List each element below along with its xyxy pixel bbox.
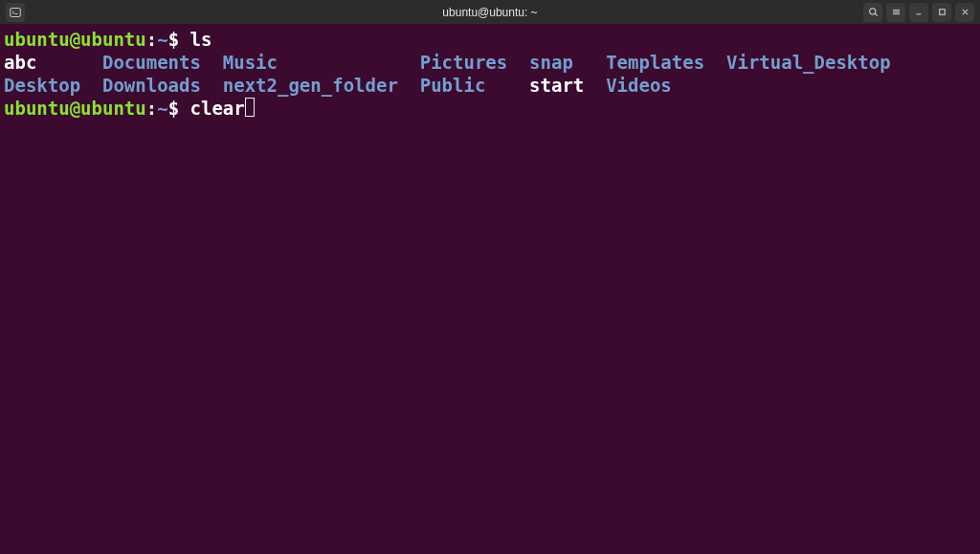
menu-button[interactable] [886, 3, 905, 22]
maximize-button[interactable] [932, 3, 951, 22]
svg-point-2 [869, 9, 875, 14]
terminal-line: ubuntu@ubuntu:~$ ls [4, 28, 976, 51]
ls-entry: Pictures [420, 52, 529, 73]
prompt-colon: : [146, 29, 157, 50]
svg-line-3 [875, 13, 877, 15]
window-title: ubuntu@ubuntu: ~ [442, 6, 537, 19]
svg-rect-0 [11, 8, 21, 16]
ls-entry: abc [4, 52, 102, 73]
prompt-dollar: $ [168, 29, 190, 50]
ls-entry: Documents [102, 52, 223, 73]
minimize-button[interactable] [909, 3, 928, 22]
ls-entry: Music [223, 52, 420, 73]
menu-icon [891, 7, 902, 17]
window-controls [863, 3, 974, 22]
search-button[interactable] [863, 3, 882, 22]
prompt-dollar: $ [168, 98, 190, 119]
prompt-path: ~ [157, 98, 167, 119]
prompt-colon: : [146, 98, 157, 119]
ls-entry: Downloads [102, 75, 223, 96]
command-text: clear [190, 98, 245, 119]
ls-entry: start [529, 75, 606, 96]
terminal-line: abc Documents Music Pictures snap Templa… [4, 51, 976, 74]
terminal-body[interactable]: ubuntu@ubuntu:~$ lsabc Documents Music P… [0, 24, 980, 554]
ls-entry: Virtual_Desktop [726, 52, 891, 73]
terminal-icon [6, 3, 25, 22]
titlebar: ubuntu@ubuntu: ~ [0, 0, 980, 24]
command-text: ls [190, 29, 212, 50]
close-button[interactable] [955, 3, 974, 22]
cursor [245, 98, 255, 117]
prompt-user-host: ubuntu@ubuntu [4, 98, 146, 119]
terminal-line: Desktop Downloads next2_gen_folder Publi… [4, 74, 976, 97]
prompt-user-host: ubuntu@ubuntu [4, 29, 146, 50]
close-icon [960, 7, 970, 17]
minimize-icon [914, 8, 924, 17]
ls-entry: Public [420, 75, 529, 96]
ls-entry: snap [529, 52, 606, 73]
ls-entry: Videos [606, 75, 672, 96]
ls-entry: next2_gen_folder [223, 75, 420, 96]
ls-entry: Templates [606, 52, 726, 73]
search-icon [868, 7, 879, 17]
maximize-icon [937, 7, 947, 17]
ls-entry: Desktop [4, 75, 102, 96]
terminal-line: ubuntu@ubuntu:~$ clear [4, 97, 976, 120]
prompt-path: ~ [157, 29, 167, 50]
svg-rect-8 [939, 10, 945, 15]
